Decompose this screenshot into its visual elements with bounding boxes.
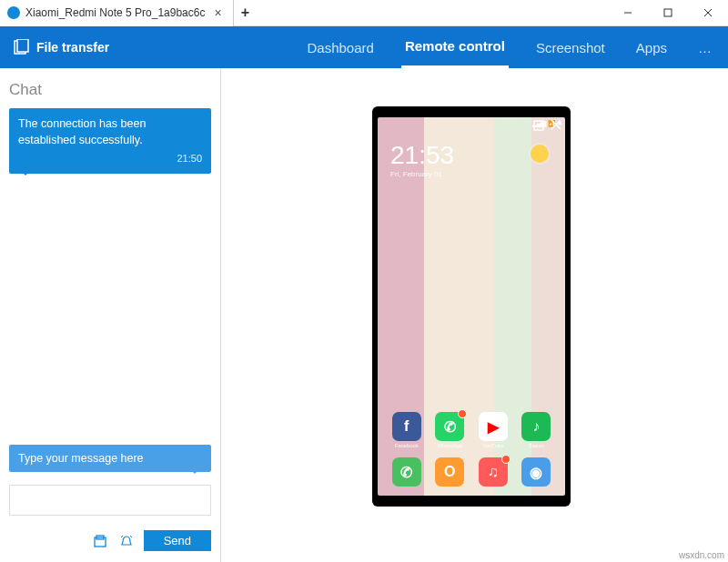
app-icon: O [435,457,464,487]
file-transfer-icon [13,39,29,55]
app-music[interactable]: ♫ [479,457,508,487]
notification-badge [458,409,467,418]
close-button[interactable] [688,0,728,26]
maximize-button[interactable] [648,0,688,26]
close-remote-icon[interactable] [551,119,561,132]
app-saavn[interactable]: ♪Saavn [521,412,551,448]
nav-more[interactable]: … [694,26,715,68]
dock-row: ✆O♫◉ [378,457,565,487]
teamviewer-logo-icon [7,6,20,19]
tab-label: Xiaomi_Redmi Note 5 Pro_1a9bac6c [25,6,205,19]
weather-icon [531,145,549,163]
app-label: WhatsApp [435,443,464,448]
app-icon: ♫ [479,457,508,487]
app-camera[interactable]: ◉ [521,457,551,487]
app-icon: f [392,412,421,441]
type-prompt: Type your message here [9,445,211,472]
attach-icon[interactable] [93,533,109,549]
chat-message-text: The connection has been established succ… [18,115,202,148]
app-browser[interactable]: O [435,457,464,487]
app-icon: ✆ [392,457,421,487]
chat-messages: The connection has been established succ… [0,108,220,445]
nudge-icon[interactable] [118,533,135,549]
clock-date: Fri, February 01 [390,170,454,178]
svg-line-9 [130,536,132,537]
clock-time: 21:53 [390,141,454,170]
app-label: YouTube [479,443,508,448]
tab-close-icon[interactable]: × [210,5,225,20]
file-transfer-button[interactable]: File transfer [13,39,109,55]
app-phone[interactable]: ✆ [392,457,421,487]
chat-sidebar: Chat The connection has been established… [0,68,221,562]
send-button[interactable]: Send [144,530,211,551]
notification-badge [501,455,511,464]
app-label: Saavn [521,443,551,448]
new-tab-button[interactable]: + [234,5,257,21]
svg-line-8 [121,536,123,537]
chat-header: Chat [0,68,220,108]
svg-rect-1 [664,9,672,16]
app-icon: ▶ [479,412,508,441]
app-facebook[interactable]: fFacebook [392,412,421,448]
app-icon: ◉ [521,457,551,487]
nav-remote-control[interactable]: Remote control [401,26,509,68]
device-screen[interactable]: ▂▄▆ 📶 ■ 21:53 Fri, February 01 fFacebook… [378,117,565,496]
top-nav: File transfer Dashboard Remote control S… [0,26,728,68]
app-youtube[interactable]: ▶YouTube [479,412,508,448]
app-label: Facebook [392,443,421,448]
clock-widget: 21:53 Fri, February 01 [390,141,454,178]
minimize-button[interactable] [608,0,648,26]
chat-input[interactable] [9,485,211,516]
popout-icon[interactable] [532,119,545,132]
device-frame: ▂▄▆ 📶 ■ 21:53 Fri, February 01 fFacebook… [372,106,571,507]
watermark: wsxdn.com [679,550,724,560]
nav-screenshot[interactable]: Screenshot [532,26,609,68]
session-tab[interactable]: Xiaomi_Redmi Note 5 Pro_1a9bac6c × [0,0,234,26]
file-transfer-label: File transfer [36,40,109,55]
app-whatsapp[interactable]: ✆WhatsApp [435,412,464,448]
nav-dashboard[interactable]: Dashboard [304,26,378,68]
app-icon: ✆ [435,412,464,441]
home-apps-row: fFacebook✆WhatsApp▶YouTube♪Saavn [378,412,565,448]
window-titlebar: Xiaomi_Redmi Note 5 Pro_1a9bac6c × + [0,0,728,26]
chat-message-time: 21:50 [18,152,202,166]
svg-rect-5 [17,39,28,52]
nav-apps[interactable]: Apps [632,26,671,68]
app-icon: ♪ [521,412,551,441]
remote-view: ▂▄▆ 📶 ■ 21:53 Fri, February 01 fFacebook… [221,68,728,562]
chat-message: The connection has been established succ… [9,108,211,174]
window-controls [608,0,728,26]
